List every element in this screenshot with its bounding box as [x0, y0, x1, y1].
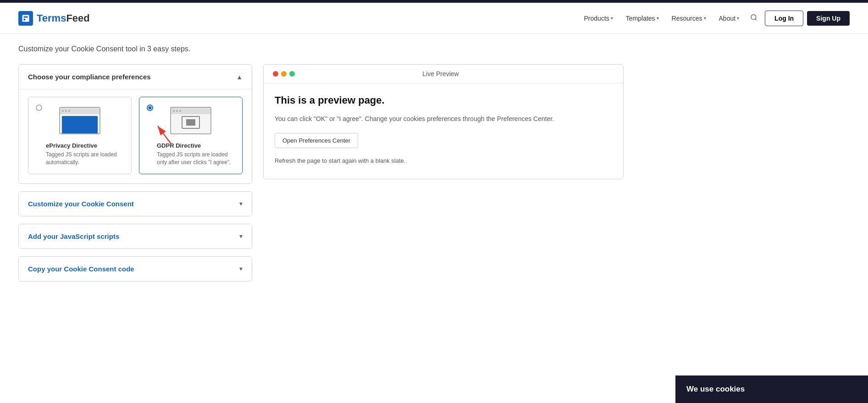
- open-preferences-button[interactable]: Open Preferences Center: [275, 133, 358, 148]
- nav-resources-chevron: ▾: [704, 16, 706, 21]
- nav-about[interactable]: About ▾: [713, 11, 745, 26]
- logo[interactable]: TermsFeed: [18, 11, 90, 26]
- eprivacy-title: ePrivacy Directive: [36, 142, 124, 149]
- nav-templates[interactable]: Templates ▾: [620, 11, 664, 26]
- nav-about-chevron: ▾: [737, 16, 739, 21]
- gdpr-card[interactable]: GDPR Directive Tagged JS scripts are loa…: [139, 97, 243, 174]
- right-panel: Live Preview This is a preview page. You…: [263, 64, 624, 289]
- gdpr-radio[interactable]: [147, 105, 153, 111]
- svg-point-3: [751, 15, 756, 20]
- gdpr-desc: Tagged JS scripts are loaded only after …: [147, 151, 235, 166]
- addjs-accordion-title: Add your JavaScript scripts: [28, 232, 119, 240]
- preview-title: Live Preview: [422, 70, 459, 77]
- dot-red: [273, 71, 278, 77]
- eprivacy-browser-mock: [59, 107, 100, 134]
- logo-svg: [22, 14, 30, 22]
- eprivacy-browser-content: [62, 116, 98, 134]
- signup-button[interactable]: Sign Up: [807, 11, 850, 26]
- main-nav: Products ▾ Templates ▾ Resources ▾ About…: [579, 10, 762, 27]
- bd2: [65, 110, 67, 112]
- logo-text: TermsFeed: [37, 12, 90, 24]
- dot-yellow: [281, 71, 287, 77]
- compliance-cards: ePrivacy Directive Tagged JS scripts are…: [28, 97, 243, 174]
- nav-resources[interactable]: Resources ▾: [666, 11, 712, 26]
- nav-products-label: Products: [584, 15, 609, 22]
- bd5: [176, 110, 178, 112]
- logo-text-part1: Terms: [37, 12, 66, 24]
- copycode-accordion-header[interactable]: Copy your Cookie Consent code ▾: [19, 257, 252, 281]
- dot-green: [289, 71, 295, 77]
- nav-products[interactable]: Products ▾: [579, 11, 619, 26]
- logo-icon: [18, 11, 33, 26]
- preview-body: This is a preview page. You can click "O…: [264, 83, 623, 179]
- compliance-accordion: Choose your compliance preferences ▲: [18, 64, 252, 184]
- preview-text: You can click "OK" or "I agree". Change …: [275, 114, 612, 124]
- logo-text-part2: Feed: [66, 12, 89, 24]
- main-content: Customize your Cookie Consent tool in 3 …: [0, 34, 642, 307]
- gdpr-browser-mock: [170, 107, 211, 134]
- addjs-accordion: Add your JavaScript scripts ▾: [18, 224, 252, 249]
- nav-resources-label: Resources: [672, 15, 702, 22]
- gdpr-browser-content: [173, 116, 209, 134]
- gdpr-inner-rect: [182, 116, 200, 129]
- bd4: [173, 110, 175, 112]
- eprivacy-radio[interactable]: [36, 105, 42, 111]
- gdpr-browser-bar: [171, 108, 210, 114]
- nav-templates-label: Templates: [626, 15, 655, 22]
- gdpr-title: GDPR Directive: [147, 142, 235, 149]
- search-icon[interactable]: [746, 10, 761, 27]
- header: TermsFeed Products ▾ Templates ▾ Resourc…: [0, 3, 868, 34]
- eprivacy-browser-bar: [60, 108, 100, 114]
- content-layout: Choose your compliance preferences ▲: [18, 64, 624, 289]
- addjs-accordion-chevron: ▾: [239, 232, 243, 240]
- addjs-accordion-header[interactable]: Add your JavaScript scripts ▾: [19, 224, 252, 248]
- compliance-accordion-body: ePrivacy Directive Tagged JS scripts are…: [19, 89, 252, 183]
- preview-refresh: Refresh the page to start again with a b…: [275, 157, 612, 164]
- bd6: [179, 110, 181, 112]
- compliance-accordion-title: Choose your compliance preferences: [28, 73, 151, 81]
- svg-rect-2: [24, 18, 26, 20]
- customize-accordion-header[interactable]: Customize your Cookie Consent ▾: [19, 192, 252, 216]
- nav-about-label: About: [719, 15, 736, 22]
- customize-accordion: Customize your Cookie Consent ▾: [18, 191, 252, 216]
- compliance-accordion-chevron: ▲: [236, 73, 243, 81]
- nav-templates-chevron: ▾: [657, 16, 659, 21]
- preview-header: Live Preview: [264, 65, 623, 83]
- compliance-accordion-header[interactable]: Choose your compliance preferences ▲: [19, 65, 252, 89]
- customize-accordion-title: Customize your Cookie Consent: [28, 200, 134, 208]
- copycode-accordion: Copy your Cookie Consent code ▾: [18, 256, 252, 282]
- svg-line-4: [755, 19, 757, 20]
- left-panel: Choose your compliance preferences ▲: [18, 64, 252, 289]
- login-button[interactable]: Log In: [765, 11, 803, 26]
- eprivacy-card-image: [36, 105, 124, 137]
- preview-heading: This is a preview page.: [275, 94, 612, 106]
- page-subtitle: Customize your Cookie Consent tool in 3 …: [18, 45, 624, 53]
- bd3: [68, 110, 70, 112]
- gdpr-card-image: [147, 105, 235, 137]
- copycode-accordion-title: Copy your Cookie Consent code: [28, 265, 134, 273]
- preview-dots: [273, 71, 295, 77]
- copycode-accordion-chevron: ▾: [239, 265, 243, 272]
- gdpr-inner-rect-fill: [186, 119, 195, 126]
- customize-accordion-chevron: ▾: [239, 200, 243, 207]
- svg-rect-0: [22, 15, 29, 22]
- nav-products-chevron: ▾: [611, 16, 613, 21]
- svg-rect-1: [24, 16, 28, 17]
- bd1: [62, 110, 64, 112]
- eprivacy-card[interactable]: ePrivacy Directive Tagged JS scripts are…: [28, 97, 132, 174]
- eprivacy-desc: Tagged JS scripts are loaded automatical…: [36, 151, 124, 166]
- preview-box: Live Preview This is a preview page. You…: [263, 64, 624, 179]
